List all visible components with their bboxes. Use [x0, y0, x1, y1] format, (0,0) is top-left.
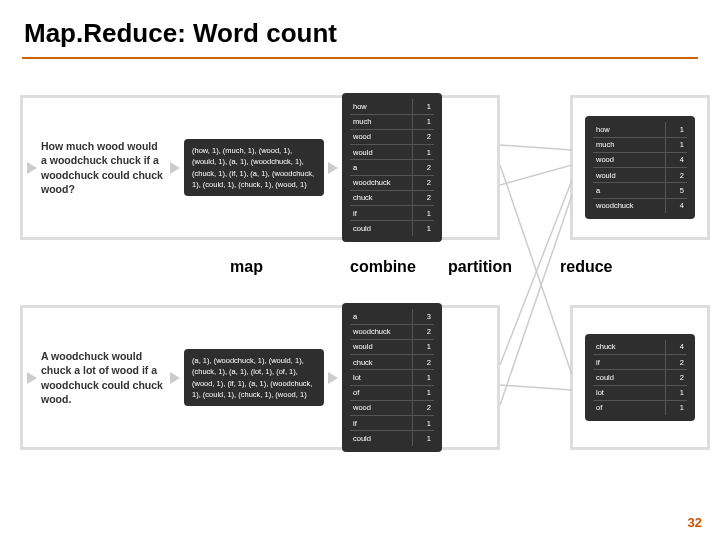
table-row: would2 [593, 168, 687, 183]
table-row: could2 [593, 370, 687, 385]
slide-title: Map.Reduce: Word count [0, 0, 720, 57]
pipeline-bottom: A woodchuck would chuck a lot of wood if… [20, 305, 500, 450]
table-cell: a [593, 183, 665, 198]
table-cell: 2 [412, 160, 434, 175]
table-cell: 1 [412, 385, 434, 400]
table-cell: 1 [412, 370, 434, 385]
page-number: 32 [688, 515, 702, 530]
input-text-top: How much wood would a woodchuck chuck if… [41, 139, 166, 196]
table-row: of1 [593, 400, 687, 415]
table-cell: of [350, 385, 412, 400]
table-row: how1 [593, 122, 687, 137]
table-row: wood2 [350, 400, 434, 415]
arrow-icon [170, 372, 180, 384]
arrow-icon [27, 162, 37, 174]
table-row: a5 [593, 183, 687, 198]
table-cell: woodchuck [593, 198, 665, 213]
table-row: lot1 [593, 385, 687, 400]
table-cell: lot [593, 385, 665, 400]
table-cell: chuck [593, 340, 665, 355]
table-cell: 4 [665, 198, 687, 213]
table-cell: 1 [412, 145, 434, 160]
reducer-box-top: how1much1wood4would2a5woodchuck4 [570, 95, 710, 240]
table-row: if1 [350, 416, 434, 431]
table-cell: 1 [412, 416, 434, 431]
table-row: much1 [350, 114, 434, 129]
reduce-table-bottom: chuck4if2could2lot1of1 [593, 340, 687, 415]
table-cell: woodchuck [350, 175, 412, 190]
table-cell: 4 [665, 152, 687, 167]
combine-table-top: how1much1wood2would1a2woodchuck2chuck2if… [350, 99, 434, 235]
table-cell: how [350, 99, 412, 114]
label-reduce: reduce [560, 258, 612, 276]
table-cell: would [350, 145, 412, 160]
table-row: of1 [350, 385, 434, 400]
table-cell: 1 [412, 114, 434, 129]
map-output-bottom: (a, 1), (woodchuck, 1), (would, 1), (chu… [184, 349, 324, 406]
table-cell: lot [350, 370, 412, 385]
table-cell: 2 [412, 129, 434, 144]
arrow-icon [27, 372, 37, 384]
table-cell: wood [593, 152, 665, 167]
table-cell: 3 [412, 309, 434, 324]
table-cell: if [350, 206, 412, 221]
label-combine: combine [350, 258, 416, 276]
table-cell: chuck [350, 355, 412, 370]
table-cell: if [350, 416, 412, 431]
table-cell: 1 [412, 339, 434, 354]
table-cell: woodchuck [350, 324, 412, 339]
table-row: woodchuck2 [350, 175, 434, 190]
table-row: chuck2 [350, 355, 434, 370]
table-cell: 2 [412, 190, 434, 205]
table-cell: 1 [412, 99, 434, 114]
table-row: woodchuck2 [350, 324, 434, 339]
table-row: would1 [350, 145, 434, 160]
table-cell: 2 [665, 355, 687, 370]
table-cell: 1 [412, 206, 434, 221]
table-row: would1 [350, 339, 434, 354]
table-row: could1 [350, 221, 434, 236]
svg-line-0 [500, 145, 572, 150]
table-row: wood2 [350, 129, 434, 144]
table-row: much1 [593, 137, 687, 152]
table-row: a2 [350, 160, 434, 175]
table-cell: chuck [350, 190, 412, 205]
table-row: if2 [593, 355, 687, 370]
pipeline-top: How much wood would a woodchuck chuck if… [20, 95, 500, 240]
table-cell: could [350, 221, 412, 236]
svg-line-2 [500, 165, 572, 185]
table-cell: could [593, 370, 665, 385]
table-cell: 1 [412, 431, 434, 446]
table-cell: 1 [665, 385, 687, 400]
table-cell: wood [350, 129, 412, 144]
table-cell: 1 [665, 137, 687, 152]
table-row: could1 [350, 431, 434, 446]
table-cell: of [593, 400, 665, 415]
table-cell: 2 [412, 324, 434, 339]
table-row: woodchuck4 [593, 198, 687, 213]
table-cell: 1 [412, 221, 434, 236]
reduce-output-bottom: chuck4if2could2lot1of1 [585, 334, 695, 421]
table-row: wood4 [593, 152, 687, 167]
mapper-box-bottom: A woodchuck would chuck a lot of wood if… [20, 305, 500, 450]
combine-output-bottom: a3woodchuck2would1chuck2lot1of1wood2if1c… [342, 303, 442, 451]
combine-output-top: how1much1wood2would1a2woodchuck2chuck2if… [342, 93, 442, 241]
table-cell: how [593, 122, 665, 137]
table-cell: would [593, 168, 665, 183]
table-cell: 2 [665, 370, 687, 385]
table-cell: if [593, 355, 665, 370]
table-row: how1 [350, 99, 434, 114]
table-cell: would [350, 339, 412, 354]
label-map: map [230, 258, 263, 276]
title-divider [22, 57, 698, 59]
table-row: chuck2 [350, 190, 434, 205]
table-cell: a [350, 160, 412, 175]
map-output-top: (how, 1), (much, 1), (wood, 1), (would, … [184, 139, 324, 196]
arrow-icon [328, 162, 338, 174]
table-cell: 2 [412, 355, 434, 370]
table-cell: 1 [665, 122, 687, 137]
table-cell: 5 [665, 183, 687, 198]
table-cell: 1 [665, 400, 687, 415]
combine-table-bottom: a3woodchuck2would1chuck2lot1of1wood2if1c… [350, 309, 434, 445]
table-row: if1 [350, 206, 434, 221]
